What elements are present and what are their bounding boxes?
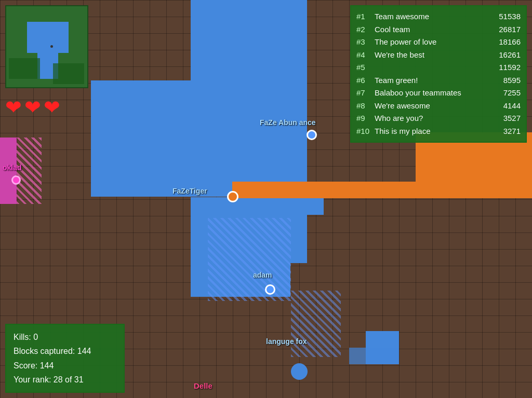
rank-10: #10 bbox=[356, 126, 375, 138]
rank-8: #8 bbox=[356, 100, 375, 112]
rank-7: #7 bbox=[356, 87, 375, 99]
player-languge-fox-label: languge fox bbox=[266, 337, 307, 346]
leaderboard-row-8: #8 We're awesome 4144 bbox=[356, 100, 521, 113]
name-3: The power of love bbox=[375, 36, 489, 48]
name-7: Balaboo your teammates bbox=[375, 87, 489, 99]
score-2: 26817 bbox=[489, 24, 521, 36]
name-1: Team awesome bbox=[375, 11, 489, 23]
leaderboard-row-1: #1 Team awesome 51538 bbox=[356, 10, 521, 23]
leaderboard-row-2: #2 Cool team 26817 bbox=[356, 23, 521, 36]
player-adam-dot bbox=[265, 284, 275, 295]
player-adam-label: adam bbox=[253, 271, 272, 279]
player-fazetiger-label: FaZeTiger bbox=[172, 187, 207, 195]
rank-1: #1 bbox=[356, 11, 375, 23]
score-7: 7255 bbox=[489, 87, 521, 99]
player-oklad-label: oklad bbox=[3, 163, 22, 172]
leaderboard-row-4: #4 We're the best 16261 bbox=[356, 49, 521, 62]
player-delle-label: Delle bbox=[194, 381, 212, 390]
score-8: 4144 bbox=[489, 100, 521, 112]
name-10: This is my place bbox=[375, 126, 489, 138]
name-9: Who are you? bbox=[375, 113, 489, 125]
rank-4: #4 bbox=[356, 49, 375, 61]
blue-piece-3 bbox=[291, 363, 308, 380]
score-10: 3271 bbox=[489, 126, 521, 138]
rank-9: #9 bbox=[356, 113, 375, 125]
leaderboard-panel: #1 Team awesome 51538 #2 Cool team 26817… bbox=[350, 5, 527, 143]
rank-3: #3 bbox=[356, 36, 375, 48]
score-6: 8595 bbox=[489, 75, 521, 87]
leaderboard-row-9: #9 Who are you? 3527 bbox=[356, 112, 521, 125]
heart-1: ❤ bbox=[5, 96, 22, 119]
blue-trail-2 bbox=[291, 291, 341, 357]
stats-panel: Kills: 0 Blocks captured: 144 Score: 144… bbox=[5, 324, 125, 393]
hearts-display: ❤ ❤ ❤ bbox=[5, 96, 60, 119]
player-faze-abundance-label: FaZe Abun ance bbox=[260, 118, 316, 127]
rank-2: #2 bbox=[356, 24, 375, 36]
name-5 bbox=[375, 62, 489, 74]
leaderboard-row-3: #3 The power of love 18166 bbox=[356, 36, 521, 49]
heart-3: ❤ bbox=[44, 96, 60, 119]
blue-territory-top bbox=[191, 0, 307, 83]
player-fazetiger-dot bbox=[227, 191, 238, 202]
blue-territory-main bbox=[91, 80, 274, 197]
blue-trail-1 bbox=[208, 218, 291, 301]
score-3: 18166 bbox=[489, 36, 521, 48]
kills-stat: Kills: 0 bbox=[14, 330, 116, 344]
name-4: We're the best bbox=[375, 49, 489, 61]
player-oklad-dot bbox=[11, 175, 21, 185]
leaderboard-row-5: #5 11592 bbox=[356, 61, 521, 74]
score-9: 3527 bbox=[489, 113, 521, 125]
score-stat: Score: 144 bbox=[14, 359, 116, 373]
orange-territory-main bbox=[232, 182, 532, 198]
blocks-stat: Blocks captured: 144 bbox=[14, 344, 116, 358]
rank-stat: Your rank: 28 of 31 bbox=[14, 373, 116, 387]
heart-2: ❤ bbox=[24, 96, 41, 119]
rank-5: #5 bbox=[356, 62, 375, 74]
leaderboard-row-6: #6 Team green! 8595 bbox=[356, 74, 521, 87]
score-1: 51538 bbox=[489, 11, 521, 23]
minimap bbox=[5, 5, 88, 88]
leaderboard-row-7: #7 Balaboo your teammates 7255 bbox=[356, 87, 521, 100]
name-2: Cool team bbox=[375, 24, 489, 36]
player-faze-abundance-dot bbox=[307, 130, 317, 140]
blue-piece-2 bbox=[349, 348, 399, 364]
rank-6: #6 bbox=[356, 75, 375, 87]
score-4: 16261 bbox=[489, 49, 521, 61]
name-8: We're awesome bbox=[375, 100, 489, 112]
leaderboard-row-10: #10 This is my place 3271 bbox=[356, 125, 521, 138]
name-6: Team green! bbox=[375, 75, 489, 87]
score-5: 11592 bbox=[489, 62, 521, 74]
